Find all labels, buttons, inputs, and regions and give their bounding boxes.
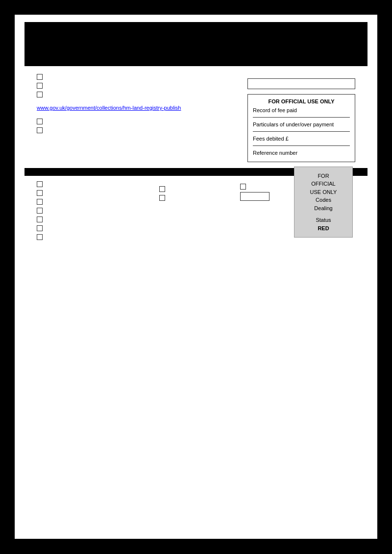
bottom-left-col — [37, 181, 152, 242]
reference-number-field: Reference number — [253, 150, 350, 156]
checkbox-bottom-1[interactable] — [37, 181, 43, 187]
top-right-col: FOR OFFICIAL USE ONLY Record of fee paid… — [247, 73, 355, 162]
checkbox-2[interactable] — [37, 83, 43, 89]
status-red-value: RED — [302, 224, 345, 233]
grey-box-line1: FOR — [302, 172, 345, 180]
link-area: www.gov.uk/government/collections/hm-lan… — [37, 105, 238, 111]
checkbox-bottom-3[interactable] — [37, 199, 43, 205]
record-fee-field: Record of fee paid — [253, 107, 350, 113]
checkbox-3[interactable] — [37, 92, 43, 97]
checkbox-row-1 — [37, 73, 238, 80]
divider-3 — [253, 145, 350, 146]
bottom-mid-content — [159, 186, 233, 201]
official-grey-box: FOR OFFICIAL USE ONLY Codes Dealing Stat… — [294, 167, 353, 238]
cb-bottom-6 — [37, 225, 152, 231]
checkbox-bottom-5[interactable] — [37, 217, 43, 222]
checkbox-row-2 — [37, 82, 238, 89]
input-area — [247, 78, 355, 89]
checkbox-mid-2[interactable] — [37, 127, 43, 133]
cb-bottom-7 — [37, 234, 152, 240]
official-box-title: FOR OFFICIAL USE ONLY — [253, 98, 350, 104]
checkbox-row-mid-2 — [37, 127, 238, 133]
bottom-mid-col — [159, 181, 233, 242]
grey-box-status-label: Status — [302, 216, 345, 224]
cb-bottom-1 — [37, 181, 152, 187]
grey-box-line4: Codes — [302, 196, 345, 204]
fees-debited-field: Fees debited £ — [253, 136, 350, 142]
checkbox-mid-bottom-2[interactable] — [159, 195, 165, 201]
checkbox-row-mid-1 — [37, 118, 238, 124]
grey-box-line5: Dealing — [302, 204, 345, 213]
checkbox-bottom-4[interactable] — [37, 208, 43, 214]
checkbox-bottom-2[interactable] — [37, 190, 43, 196]
cb-mid-1 — [159, 186, 233, 192]
checkbox-mid-1[interactable] — [37, 119, 43, 124]
cb-bottom-3 — [37, 198, 152, 205]
grey-box-line2: OFFICIAL — [302, 180, 345, 188]
particulars-field: Particulars of under/over payment — [253, 121, 350, 127]
registry-link[interactable]: www.gov.uk/government/collections/hm-lan… — [37, 105, 181, 111]
official-use-box: FOR OFFICIAL USE ONLY Record of fee paid… — [247, 94, 355, 162]
divider-1 — [253, 117, 350, 118]
cb-bottom-5 — [37, 216, 152, 222]
checkbox-mid-bottom-1[interactable] — [159, 186, 165, 192]
cb-bottom-2 — [37, 190, 152, 196]
small-input-field[interactable] — [240, 192, 270, 201]
top-input-box[interactable] — [247, 78, 355, 89]
cb-mid-2 — [159, 194, 233, 201]
top-section: www.gov.uk/government/collections/hm-lan… — [37, 73, 355, 162]
inner-page: www.gov.uk/government/collections/hm-lan… — [27, 24, 365, 257]
cb-bottom-4 — [37, 207, 152, 214]
checkbox-1[interactable] — [37, 74, 43, 80]
top-left-col: www.gov.uk/government/collections/hm-lan… — [37, 73, 238, 162]
page: www.gov.uk/government/collections/hm-lan… — [15, 15, 377, 539]
top-black-bar — [24, 22, 368, 66]
checkbox-bottom-7[interactable] — [37, 234, 43, 240]
checkbox-row-3 — [37, 91, 238, 97]
divider-2 — [253, 131, 350, 132]
grey-box-line3: USE ONLY — [302, 188, 345, 196]
checkbox-bottom-6[interactable] — [37, 225, 43, 231]
checkbox-right-1[interactable] — [240, 184, 246, 190]
